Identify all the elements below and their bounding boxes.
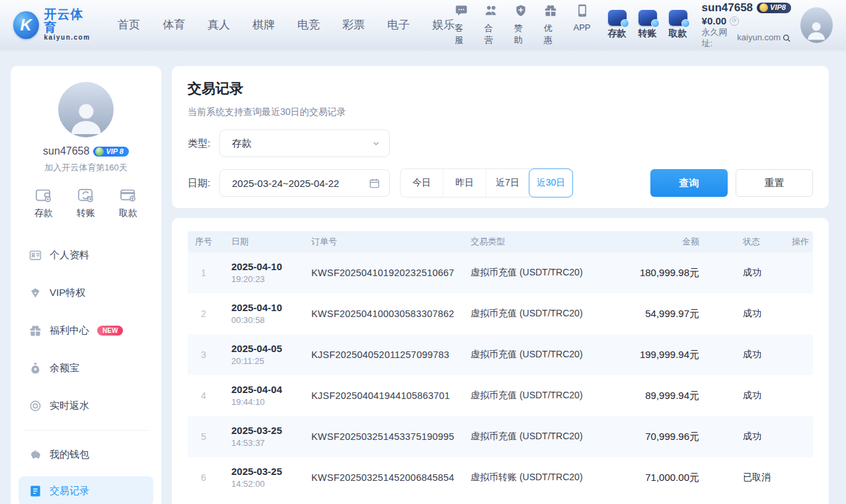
vip-shield-icon — [95, 147, 104, 156]
range-yesterday-button[interactable]: 昨日 — [443, 169, 486, 197]
col-amount: 金额 — [629, 236, 709, 248]
transaction-filter-panel: 交易记录 当前系统支持查询最近30日的交易记录 类型: 存款 日期: 2025-… — [172, 66, 829, 208]
nav-chess[interactable]: 棋牌 — [252, 17, 275, 32]
sidebar-item-rebate[interactable]: 实时返水 — [11, 387, 161, 425]
row-status: 成功 — [709, 308, 792, 320]
quick-range-group: 今日 昨日 近7日 近30日 — [400, 168, 573, 198]
col-order: 订单号 — [304, 236, 465, 248]
sidebar-item-welfare[interactable]: 福利中心 NEW — [11, 312, 161, 349]
row-index: 6 — [188, 472, 219, 483]
brand-logo[interactable]: K 开云体育 kaiyun.com — [13, 8, 93, 41]
avatar-silhouette-icon — [805, 18, 827, 43]
top-header: K 开云体育 kaiyun.com 首页 体育 真人 棋牌 电竞 彩票 电子 娱… — [0, 0, 846, 50]
partnership-button[interactable]: 合营 — [484, 4, 498, 46]
sidebar-avatar[interactable] — [58, 82, 114, 137]
piggy-bank-icon — [29, 449, 42, 461]
nav-esports[interactable]: 电竞 — [297, 17, 320, 32]
row-order-number: KJSF202504052011257099783 — [304, 349, 465, 360]
calendar-icon — [369, 178, 380, 189]
row-status: 成功 — [709, 349, 792, 361]
col-action: 操作 — [792, 236, 813, 248]
row-order-number: KWSF202504100030583307862 — [304, 308, 465, 319]
header-user-info: sun47658 VIP8 ¥0.00 ⟳ 永久网址: kaiyun.com — [702, 1, 791, 49]
row-transaction-type: 虚拟币充值 (USDT/TRC20) — [465, 390, 629, 402]
customer-service-button[interactable]: 客服 — [455, 4, 469, 46]
deposit-icon — [608, 10, 627, 26]
header-wallet-actions: 存款 转账 取款 — [608, 10, 687, 40]
row-transaction-type: 虚拟币充值 (USDT/TRC20) — [465, 308, 629, 320]
search-icon[interactable] — [783, 34, 791, 43]
sidebar-divider — [24, 430, 148, 431]
row-date: 2025-04-1000:30:58 — [219, 301, 304, 326]
sidebar-item-vip[interactable]: VIP特权 — [11, 274, 161, 312]
row-amount: 71,000.00元 — [629, 472, 709, 484]
sidebar-item-profile[interactable]: 个人资料 — [11, 236, 161, 274]
row-status: 成功 — [709, 431, 792, 443]
withdraw-button[interactable]: 取款 — [669, 10, 687, 40]
range-7days-button[interactable]: 近7日 — [486, 169, 529, 197]
member-since-text: 加入开云体育第160天 — [11, 162, 161, 174]
permanent-url: kaiyun.com — [737, 32, 781, 43]
reset-button[interactable]: 重置 — [736, 169, 813, 197]
page-subtitle: 当前系统支持查询最近30日的交易记录 — [188, 106, 813, 118]
badge-shield-icon — [514, 4, 527, 20]
id-card-icon — [29, 249, 42, 262]
deposit-button[interactable]: 存款 — [608, 10, 627, 40]
row-transaction-type: 虚拟币转账 (USDT/TRC20) — [465, 472, 629, 484]
table-row: 5 2025-03-2514:53:37 KWSF202503251453375… — [188, 416, 813, 457]
range-today-button[interactable]: 今日 — [401, 169, 443, 197]
range-30days-button[interactable]: 近30日 — [529, 168, 573, 198]
table-row: 3 2025-04-0520:11:25 KJSF202504052011257… — [188, 334, 813, 375]
sidebar-transfer-button[interactable]: 转账 — [77, 188, 95, 219]
date-range-input[interactable]: 2025-03-24~2025-04-22 — [219, 169, 390, 197]
transfer-button[interactable]: 转账 — [638, 10, 657, 40]
row-index: 1 — [188, 268, 219, 278]
row-date: 2025-03-2514:52:00 — [219, 465, 304, 490]
col-status: 状态 — [709, 236, 792, 248]
table-row: 4 2025-04-0419:44:10 KJSF202504041944105… — [188, 375, 813, 416]
sidebar-item-yuebao[interactable]: 余额宝 — [11, 349, 161, 387]
row-amount: 180,999.98元 — [629, 267, 709, 279]
gift-icon — [544, 4, 557, 20]
promotions-button[interactable]: 优惠 — [544, 4, 558, 46]
sidebar-withdraw-button[interactable]: 取款 — [119, 188, 137, 219]
sidebar-deposit-button[interactable]: 存款 — [34, 188, 53, 219]
nav-entertainment[interactable]: 娱乐 — [432, 17, 455, 32]
col-type: 交易类型 — [465, 236, 629, 248]
sponsor-button[interactable]: 赞助 — [514, 4, 528, 46]
row-amount: 54,999.97元 — [629, 308, 709, 320]
row-transaction-type: 虚拟币充值 (USDT/TRC20) — [465, 267, 629, 279]
search-button[interactable]: 查询 — [650, 169, 728, 197]
row-transaction-type: 虚拟币充值 (USDT/TRC20) — [465, 349, 629, 361]
table-row: 2 2025-04-1000:30:58 KWSF202504100030583… — [188, 293, 813, 334]
sidebar-item-wallet[interactable]: 我的钱包 — [11, 436, 161, 474]
gem-icon — [29, 287, 42, 299]
chevron-down-icon — [372, 139, 380, 147]
username: sun47658 — [702, 1, 753, 15]
transaction-records-icon — [29, 485, 42, 497]
page-title: 交易记录 — [188, 79, 813, 98]
nav-sports[interactable]: 体育 — [163, 17, 185, 32]
permanent-url-label: 永久网址: — [702, 27, 736, 49]
type-select[interactable]: 存款 — [219, 129, 390, 157]
type-filter-label: 类型: — [188, 137, 219, 150]
nav-slots[interactable]: 电子 — [387, 17, 410, 32]
avatar-silhouette-icon — [67, 98, 106, 137]
sidebar-item-transactions[interactable]: 交易记录 — [19, 476, 153, 504]
nav-live[interactable]: 真人 — [208, 17, 230, 32]
nav-home[interactable]: 首页 — [118, 17, 140, 32]
row-amount: 70,999.96元 — [629, 431, 709, 443]
chat-icon — [455, 4, 468, 20]
row-order-number: KJSF202504041944105863701 — [304, 390, 465, 401]
row-index: 2 — [188, 308, 219, 319]
row-date: 2025-03-2514:53:37 — [219, 424, 304, 449]
refresh-balance-icon[interactable]: ⟳ — [730, 17, 739, 26]
app-download-button[interactable]: APP — [574, 4, 591, 46]
transfer-icon — [638, 10, 657, 26]
user-avatar[interactable] — [800, 7, 833, 43]
nav-lottery[interactable]: 彩票 — [342, 17, 365, 32]
gift-icon — [29, 324, 42, 337]
row-transaction-type: 虚拟币充值 (USDT/TRC20) — [465, 431, 629, 443]
brand-logo-icon: K — [13, 11, 39, 39]
main-nav: 首页 体育 真人 棋牌 电竞 彩票 电子 娱乐 — [118, 17, 455, 32]
